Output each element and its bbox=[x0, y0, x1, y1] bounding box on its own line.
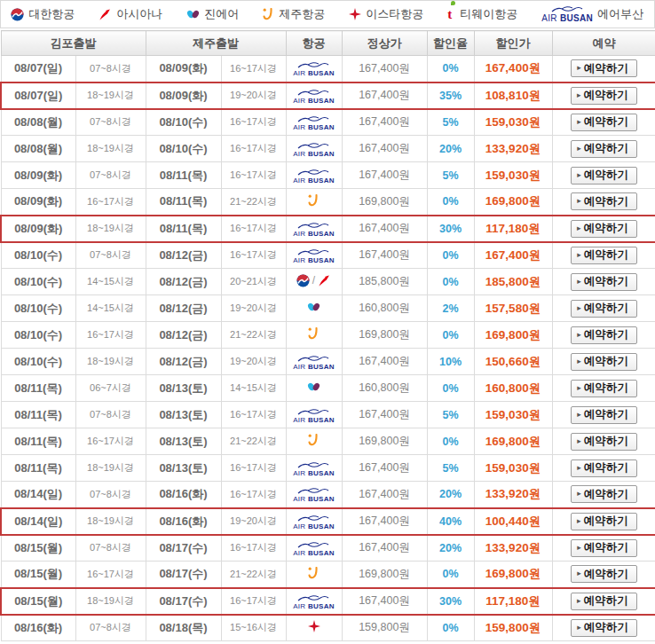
reserve-button[interactable]: ▸예약하기 bbox=[571, 539, 637, 557]
reserve-button[interactable]: ▸예약하기 bbox=[571, 300, 637, 318]
discount-rate: 5% bbox=[427, 402, 474, 428]
reserve-cell: ▸예약하기 bbox=[552, 508, 655, 535]
reserve-button[interactable]: ▸예약하기 bbox=[571, 485, 637, 503]
reserve-button[interactable]: ▸예약하기 bbox=[571, 87, 637, 105]
fare-row: 08/15(월)07~8시경08/17(수)16~17시경AIR BUSAN16… bbox=[1, 535, 655, 562]
reserve-button[interactable]: ▸예약하기 bbox=[571, 406, 637, 424]
departure-date: 08/10(수) bbox=[1, 322, 75, 349]
reserve-button[interactable]: ▸예약하기 bbox=[571, 353, 637, 371]
discount-rate: 5% bbox=[427, 109, 474, 136]
return-time: 16~17시경 bbox=[221, 242, 286, 269]
normal-price: 167,400원 bbox=[342, 588, 427, 615]
return-date: 08/10(수) bbox=[146, 136, 221, 162]
departure-time: 16~17시경 bbox=[75, 562, 146, 588]
reserve-button-label: 예약하기 bbox=[584, 462, 628, 474]
legend-label: 에어부산 bbox=[597, 6, 643, 22]
reserve-button[interactable]: ▸예약하기 bbox=[571, 593, 637, 610]
legend-label: 이스타항공 bbox=[366, 6, 423, 22]
koreanair-asiana-logo: / bbox=[296, 274, 331, 287]
arrow-right-icon: ▸ bbox=[577, 145, 581, 153]
reserve-button[interactable]: ▸예약하기 bbox=[571, 380, 637, 397]
airbusan-logo: AIR BUSAN bbox=[293, 115, 335, 131]
reserve-button[interactable]: ▸예약하기 bbox=[571, 114, 637, 131]
departure-date: 08/11(목) bbox=[1, 428, 75, 455]
reserve-button[interactable]: ▸예약하기 bbox=[571, 220, 637, 238]
return-date: 08/13(토) bbox=[146, 455, 221, 482]
reserve-button[interactable]: ▸예약하기 bbox=[571, 140, 637, 158]
reserve-button-label: 예약하기 bbox=[584, 223, 628, 234]
airline-cell: AIR BUSAN bbox=[286, 535, 342, 562]
reserve-button[interactable]: ▸예약하기 bbox=[571, 433, 637, 451]
reserve-button-label: 예약하기 bbox=[584, 329, 628, 341]
fare-row: 08/10(수)18~19시경08/12(금)19~20시경AIR BUSAN1… bbox=[1, 349, 655, 375]
discount-rate: 0% bbox=[427, 562, 474, 588]
discount-price: 100,440원 bbox=[474, 508, 552, 535]
normal-price: 185,800원 bbox=[342, 269, 427, 295]
airbusan-logo: AIR BUSAN bbox=[293, 541, 335, 557]
reserve-button[interactable]: ▸예약하기 bbox=[571, 565, 637, 583]
fare-row: 08/10(수)14~15시경08/12(금)19~20시경160,800원2%… bbox=[1, 295, 655, 322]
return-date: 08/12(금) bbox=[146, 322, 221, 349]
reserve-button[interactable]: ▸예약하기 bbox=[571, 513, 637, 530]
return-time: 16~17시경 bbox=[221, 535, 286, 562]
arrow-right-icon: ▸ bbox=[577, 197, 581, 205]
airbusan-logo: AIR BUSAN bbox=[293, 89, 335, 105]
return-time: 19~20시경 bbox=[221, 295, 286, 322]
fare-row: 08/11(목)16~17시경08/13(토)21~22시경169,800원0%… bbox=[1, 428, 655, 455]
departure-date: 08/16(화) bbox=[1, 615, 75, 641]
departure-date: 08/14(일) bbox=[1, 508, 75, 535]
reserve-button[interactable]: ▸예약하기 bbox=[571, 167, 637, 185]
reserve-cell: ▸예약하기 bbox=[552, 588, 655, 615]
departure-date: 08/15(월) bbox=[1, 562, 75, 588]
fare-row: 08/10(수)16~17시경08/12(금)21~22시경169,800원0%… bbox=[1, 322, 655, 349]
discount-rate: 20% bbox=[427, 535, 474, 562]
departure-date: 08/09(화) bbox=[1, 162, 75, 189]
fare-row: 08/11(목)06~7시경08/13(토)14~15시경160,800원0%1… bbox=[1, 375, 655, 402]
discount-rate: 20% bbox=[427, 482, 474, 508]
departure-time: 07~8시경 bbox=[75, 482, 146, 508]
discount-rate: 30% bbox=[427, 216, 474, 242]
return-time: 16~17시경 bbox=[221, 56, 286, 82]
return-date: 08/16(화) bbox=[146, 508, 221, 535]
arrow-right-icon: ▸ bbox=[577, 569, 581, 577]
legend-item-tway: t티웨이항공 bbox=[447, 6, 517, 22]
arrow-right-icon: ▸ bbox=[577, 64, 581, 72]
normal-price: 167,400원 bbox=[342, 508, 427, 535]
reserve-cell: ▸예약하기 bbox=[552, 269, 655, 295]
legend-label: 제주항공 bbox=[279, 6, 325, 22]
reserve-cell: ▸예약하기 bbox=[552, 82, 655, 109]
reserve-button[interactable]: ▸예약하기 bbox=[571, 619, 637, 637]
airbusan-logo: AIR BUSAN bbox=[293, 142, 335, 158]
airbusan-logo: AIR BUSAN bbox=[293, 408, 335, 424]
jejuair-icon bbox=[308, 327, 320, 340]
discount-price: 169,800원 bbox=[474, 562, 552, 588]
fare-row: 08/15(월)18~19시경08/17(수)16~17시경AIR BUSAN1… bbox=[1, 588, 655, 615]
fare-row: 08/08(월)07~8시경08/10(수)16~17시경AIR BUSAN16… bbox=[1, 109, 655, 136]
airbusan-logo: AIR BUSAN bbox=[293, 222, 335, 238]
reserve-button-label: 예약하기 bbox=[584, 276, 628, 287]
airbusan-logo: AIR BUSAN bbox=[293, 461, 335, 477]
reserve-cell: ▸예약하기 bbox=[552, 482, 655, 508]
discount-rate: 35% bbox=[427, 82, 474, 109]
return-time: 16~17시경 bbox=[221, 162, 286, 189]
departure-date: 08/10(수) bbox=[1, 269, 75, 295]
koreanair-icon bbox=[11, 8, 24, 21]
reserve-cell: ▸예약하기 bbox=[552, 109, 655, 136]
reserve-button-label: 예약하기 bbox=[584, 515, 628, 527]
reserve-button[interactable]: ▸예약하기 bbox=[571, 247, 637, 264]
col-header-discount-rate: 할인율 bbox=[427, 31, 474, 56]
reserve-button[interactable]: ▸예약하기 bbox=[571, 273, 637, 291]
reserve-button[interactable]: ▸예약하기 bbox=[571, 326, 637, 344]
reserve-button[interactable]: ▸예약하기 bbox=[571, 459, 637, 477]
departure-date: 08/15(월) bbox=[1, 535, 75, 562]
departure-time: 14~15시경 bbox=[75, 269, 146, 295]
fare-row: 08/11(목)07~8시경08/13(토)16~17시경AIR BUSAN16… bbox=[1, 402, 655, 428]
reserve-button[interactable]: ▸예약하기 bbox=[571, 59, 637, 77]
departure-time: 16~17시경 bbox=[75, 189, 146, 216]
discount-rate: 0% bbox=[427, 615, 474, 641]
reserve-button[interactable]: ▸예약하기 bbox=[571, 192, 637, 210]
reserve-cell: ▸예약하기 bbox=[552, 349, 655, 375]
discount-price: 159,030원 bbox=[474, 109, 552, 136]
table-header-row: 김포출발 제주출발 항공 정상가 할인율 할인가 예약 bbox=[1, 31, 655, 56]
return-date: 08/10(수) bbox=[146, 109, 221, 136]
